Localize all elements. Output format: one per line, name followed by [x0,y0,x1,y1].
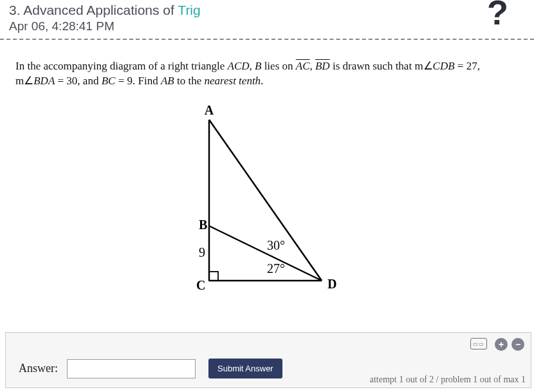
t: = 9. Find [115,75,161,87]
label-nine: 9 [199,245,205,259]
t: lies on [261,60,295,72]
problem-number: 3. [9,3,21,17]
seg-bc-len: BC [102,75,116,87]
angle-cdb: CDB [433,60,455,72]
title-highlight: Trig [178,3,200,17]
zoom-out-button[interactable]: − [511,338,524,351]
submit-button[interactable]: Submit Answer [208,359,282,378]
seg-ac: AC [296,60,310,72]
label-27: 27° [267,261,285,275]
label-A: A [205,103,214,117]
seg-ab: AB [161,75,174,87]
panel-controls: ▭▭ + − [12,338,524,351]
assignment-header: 3. Advanced Applications of Trig Apr 06,… [0,0,534,33]
label-C: C [196,278,205,292]
diagram-container: A B 9 C D 30° 27° [15,100,519,303]
answer-input[interactable] [67,359,196,378]
svg-line-2 [209,120,322,281]
triangle-name: ACD [228,60,250,72]
timestamp: Apr 06, 4:28:41 PM [9,19,525,33]
keyboard-icon[interactable]: ▭▭ [470,338,487,350]
t: is drawn such that m∠ [330,60,433,72]
pt-b: B [255,60,261,72]
problem-prompt: In the accompanying diagram of a right t… [15,59,519,89]
t: , [250,60,255,72]
t: In the accompanying diagram of a right t… [15,60,228,72]
angle-bda: BDA [33,75,55,87]
answer-label: Answer: [19,362,58,375]
svg-rect-4 [209,272,218,281]
t: to the [174,75,205,87]
label-30: 30° [267,238,285,252]
help-icon[interactable]: ? [487,0,508,30]
assignment-title: 3. Advanced Applications of Trig [9,3,525,18]
t: . [261,75,263,87]
nearest: nearest tenth [204,75,261,87]
zoom-in-button[interactable]: + [495,338,508,351]
label-B: B [199,218,207,232]
seg-bd: BD [315,60,330,72]
t: , [309,60,315,72]
svg-line-3 [209,226,322,281]
attempt-status: attempt 1 out of 2 / problem 1 out of ma… [370,375,526,385]
problem-area: In the accompanying diagram of a right t… [0,40,534,309]
answer-panel: ▭▭ + − Answer: Submit Answer attempt 1 o… [5,332,531,388]
t: = 30, and [55,75,101,87]
title-text: Advanced Applications of [23,3,178,17]
label-D: D [327,277,336,291]
triangle-diagram: A B 9 C D 30° 27° [170,100,364,300]
